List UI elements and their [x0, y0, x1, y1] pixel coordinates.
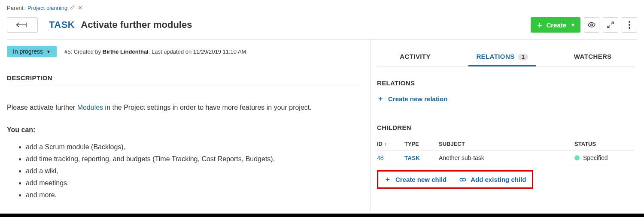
- meta-info: #5: Created by Birthe Lindenthal. Last u…: [64, 48, 248, 55]
- screenshot-bottom-crop: [0, 214, 644, 217]
- description-heading: DESCRIPTION: [7, 74, 360, 85]
- description-body[interactable]: Please activate further Modules in the P…: [7, 85, 360, 200]
- col-type[interactable]: TYPE: [404, 141, 439, 147]
- dots-vertical-icon: [629, 21, 630, 29]
- parent-label: Parent:: [7, 5, 25, 11]
- svg-point-6: [463, 178, 466, 181]
- watch-button[interactable]: [584, 17, 599, 33]
- list-item: add time tracking, reporting, and budget…: [26, 154, 360, 164]
- plus-icon: ＋: [536, 20, 544, 30]
- back-button[interactable]: [7, 17, 38, 33]
- tab-watchers[interactable]: WATCHERS: [571, 47, 615, 66]
- tab-activity[interactable]: ACTIVITY: [396, 47, 434, 66]
- add-existing-child-button[interactable]: Add existing child: [459, 175, 526, 184]
- pencil-icon[interactable]: [70, 5, 75, 11]
- work-package-type[interactable]: TASK: [49, 19, 75, 30]
- detail-tabs: ACTIVITY RELATIONS 1 WATCHERS: [377, 47, 635, 66]
- col-subject[interactable]: SUBJECT: [439, 141, 574, 147]
- child-subject: Another sub-task: [439, 154, 574, 161]
- col-status[interactable]: STATUS: [574, 141, 635, 147]
- parent-breadcrumb: Parent: Project planning ✕: [7, 4, 637, 15]
- link-icon: [459, 176, 466, 183]
- child-id-link[interactable]: 48: [377, 154, 404, 161]
- svg-line-3: [611, 22, 614, 24]
- svg-point-5: [460, 178, 463, 181]
- page-title[interactable]: Activate further modules: [81, 19, 192, 30]
- sort-asc-icon: ↑: [384, 142, 387, 147]
- plus-icon: ＋: [384, 175, 391, 184]
- children-table-header: ID↑ TYPE SUBJECT STATUS: [377, 137, 635, 151]
- list-item: add meetings,: [26, 178, 360, 188]
- create-relation-button[interactable]: ＋ Create new relation: [377, 94, 447, 103]
- parent-link[interactable]: Project planning: [27, 5, 67, 11]
- col-id[interactable]: ID↑: [377, 141, 404, 147]
- plus-icon: ＋: [377, 94, 384, 103]
- list-item: add a wiki,: [26, 166, 360, 176]
- list-item: add a Scrum module (Backlogs),: [26, 142, 360, 152]
- status-line: In progress ▼ #5: Created by Birthe Lind…: [7, 46, 360, 57]
- table-row[interactable]: 48 TASK Another sub-task Specified: [377, 151, 635, 165]
- chevron-down-icon: ▼: [571, 22, 575, 27]
- svg-line-4: [608, 26, 610, 28]
- status-dot-icon: [574, 155, 580, 160]
- relations-count-badge: 1: [518, 54, 528, 60]
- fullscreen-button[interactable]: [603, 17, 618, 33]
- chevron-down-icon: ▼: [46, 49, 51, 54]
- status-dropdown[interactable]: In progress ▼: [7, 46, 57, 57]
- svg-point-2: [591, 24, 593, 26]
- tab-relations[interactable]: RELATIONS 1: [473, 47, 532, 66]
- list-item: and more.: [26, 190, 360, 200]
- title-row: TASK Activate further modules ＋ Create ▼: [7, 15, 637, 39]
- more-actions-button[interactable]: [622, 17, 637, 33]
- relations-heading: RELATIONS: [377, 79, 635, 87]
- children-heading: CHILDREN: [377, 124, 635, 131]
- child-actions-highlight: ＋ Create new child Add existing child: [377, 170, 533, 189]
- modules-link[interactable]: Modules: [77, 104, 103, 111]
- create-button[interactable]: ＋ Create ▼: [531, 17, 580, 33]
- child-status: Specified: [574, 154, 635, 161]
- close-icon[interactable]: ✕: [78, 4, 83, 11]
- create-child-button[interactable]: ＋ Create new child: [384, 175, 447, 184]
- author-link[interactable]: Birthe Lindenthal: [103, 48, 149, 55]
- child-type-link[interactable]: TASK: [404, 155, 439, 161]
